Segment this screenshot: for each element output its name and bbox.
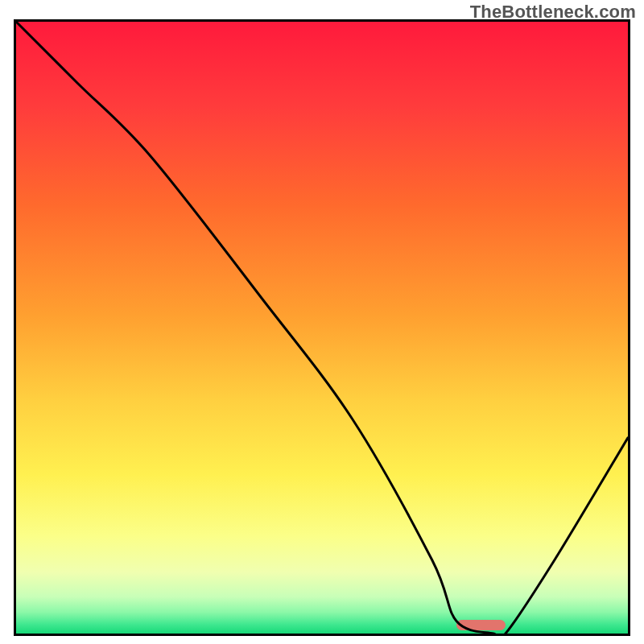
- plot-area: [14, 19, 630, 636]
- watermark-text: TheBottleneck.com: [470, 2, 636, 23]
- bottleneck-curve-path: [16, 22, 628, 634]
- chart-container: TheBottleneck.com: [0, 0, 644, 644]
- curve-svg: [16, 22, 628, 634]
